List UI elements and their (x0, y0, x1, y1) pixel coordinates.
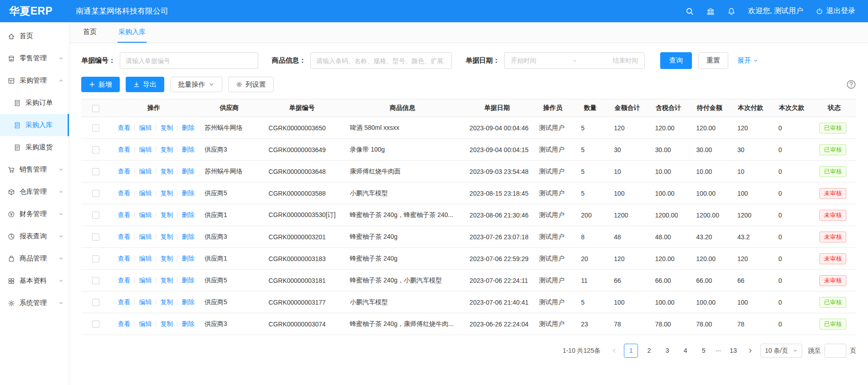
tab-采购入库[interactable]: 采购入库 (118, 28, 147, 43)
row-action-view[interactable]: 查看 (118, 211, 130, 218)
row-action-view[interactable]: 查看 (118, 146, 130, 153)
sidebar-item-采购订单[interactable]: 采购订单 (0, 92, 69, 114)
sidebar-item-仓库管理[interactable]: 仓库管理 (0, 181, 69, 203)
sidebar-item-财务管理[interactable]: 财务管理 (0, 203, 69, 225)
row-action-copy[interactable]: 复制 (160, 298, 173, 306)
cell-bill-no: CGRK00000003201 (261, 226, 343, 248)
app-logo[interactable]: 华夏ERP (0, 4, 69, 18)
row-action-delete[interactable]: 删除 (181, 298, 194, 306)
sidebar-item-报表查询[interactable]: 报表查询 (0, 225, 69, 247)
row-checkbox[interactable] (92, 321, 99, 328)
pagination-next[interactable] (745, 344, 756, 358)
row-action-edit[interactable]: 编辑 (139, 276, 152, 284)
row-action-edit[interactable]: 编辑 (139, 146, 152, 153)
row-action-copy[interactable]: 复制 (160, 189, 173, 197)
row-action-delete[interactable]: 删除 (181, 146, 194, 153)
pagination-prev[interactable] (608, 344, 620, 358)
row-action-view[interactable]: 查看 (118, 320, 130, 327)
sidebar-item-销售管理[interactable]: 销售管理 (0, 158, 69, 181)
reset-button[interactable]: 重置 (698, 52, 728, 69)
bank-icon[interactable] (706, 7, 715, 15)
row-action-edit[interactable]: 编辑 (139, 233, 152, 240)
row-action-view[interactable]: 查看 (118, 255, 130, 262)
date-range-picker[interactable]: 开始时间 ~ 结束时间 (504, 52, 645, 69)
row-checkbox[interactable] (92, 124, 99, 132)
sidebar-item-采购退货[interactable]: 采购退货 (0, 136, 69, 158)
sidebar-item-采购入库[interactable]: 采购入库 (0, 114, 69, 136)
row-checkbox[interactable] (92, 212, 99, 219)
row-action-copy[interactable]: 复制 (160, 276, 173, 284)
row-action-view[interactable]: 查看 (118, 276, 130, 284)
tab-首页[interactable]: 首页 (82, 28, 98, 43)
sidebar-item-采购管理[interactable]: 采购管理 (0, 69, 69, 92)
row-action-delete[interactable]: 删除 (181, 168, 194, 175)
row-checkbox[interactable] (92, 277, 99, 284)
expand-link[interactable]: 展开 (737, 56, 758, 65)
sidebar-item-系统管理[interactable]: 系统管理 (0, 292, 69, 314)
row-action-edit[interactable]: 编辑 (139, 189, 152, 197)
batch-actions-button[interactable]: 批量操作 (170, 77, 222, 92)
row-action-edit[interactable]: 编辑 (139, 320, 152, 327)
row-checkbox[interactable] (92, 190, 99, 197)
pagination-page-13[interactable]: 13 (726, 344, 740, 358)
row-action-edit[interactable]: 编辑 (139, 124, 152, 131)
row-action-delete[interactable]: 删除 (181, 124, 194, 131)
jump-input[interactable] (824, 344, 846, 358)
row-action-delete[interactable]: 删除 (181, 233, 194, 240)
cell-amount: 78 (607, 313, 648, 335)
product-info-input[interactable] (310, 52, 452, 69)
help-icon[interactable] (846, 79, 856, 89)
sidebar-item-商品管理[interactable]: 商品管理 (0, 247, 69, 270)
status-badge: 未审核 (819, 275, 846, 286)
row-action-view[interactable]: 查看 (118, 189, 130, 197)
search-icon[interactable] (686, 7, 694, 15)
row-action-delete[interactable]: 删除 (181, 320, 194, 327)
bell-icon[interactable] (727, 7, 736, 15)
sidebar-item-基本资料[interactable]: 基本资料 (0, 270, 69, 292)
pagination-ellipsis[interactable]: ••• (715, 349, 722, 353)
select-all-checkbox[interactable] (92, 105, 99, 112)
row-action-copy[interactable]: 复制 (160, 233, 173, 240)
row-checkbox[interactable] (92, 299, 99, 306)
add-button[interactable]: 新增 (81, 77, 120, 92)
row-checkbox[interactable] (92, 233, 99, 241)
export-button[interactable]: 导出 (126, 77, 164, 92)
search-button[interactable]: 查询 (660, 52, 692, 69)
pagination-page-4[interactable]: 4 (678, 344, 692, 358)
row-checkbox[interactable] (92, 146, 99, 153)
pagination-page-3[interactable]: 3 (660, 344, 674, 358)
row-action-copy[interactable]: 复制 (160, 168, 173, 175)
row-checkbox[interactable] (92, 255, 99, 262)
cell-debt: 0 (771, 313, 813, 335)
row-action-copy[interactable]: 复制 (160, 211, 173, 218)
sidebar-item-零售管理[interactable]: 零售管理 (0, 47, 69, 69)
row-action-view[interactable]: 查看 (118, 233, 130, 240)
row-action-copy[interactable]: 复制 (160, 124, 173, 131)
row-action-edit[interactable]: 编辑 (139, 255, 152, 262)
row-action-copy[interactable]: 复制 (160, 320, 173, 327)
row-action-edit[interactable]: 编辑 (139, 168, 152, 175)
row-action-edit[interactable]: 编辑 (139, 298, 152, 306)
row-action-view[interactable]: 查看 (118, 124, 130, 131)
page-size-select[interactable]: 10 条/页 (760, 344, 802, 358)
row-action-edit[interactable]: 编辑 (139, 211, 152, 218)
row-checkbox[interactable] (92, 168, 99, 175)
row-action-view[interactable]: 查看 (118, 298, 130, 306)
pagination-page-2[interactable]: 2 (642, 344, 656, 358)
sidebar-item-首页[interactable]: 首页 (0, 25, 69, 47)
row-action-delete[interactable]: 删除 (181, 276, 194, 284)
logout-button[interactable]: 退出登录 (816, 6, 855, 16)
cell-checkbox (81, 161, 110, 183)
row-action-copy[interactable]: 复制 (160, 255, 173, 262)
bill-no-input[interactable] (120, 52, 258, 69)
row-action-view[interactable]: 查看 (118, 168, 130, 175)
pagination-page-5[interactable]: 5 (696, 344, 711, 358)
cell-bill-no: CGRK00000003074 (261, 313, 343, 335)
row-action-delete[interactable]: 删除 (181, 211, 194, 218)
cell-date: 2023-09-04 00:04:46 (462, 117, 532, 139)
pagination-page-1[interactable]: 1 (624, 344, 638, 358)
row-action-copy[interactable]: 复制 (160, 146, 173, 153)
row-action-delete[interactable]: 删除 (181, 189, 194, 197)
row-action-delete[interactable]: 删除 (181, 255, 194, 262)
column-settings-button[interactable]: 列设置 (228, 77, 274, 92)
